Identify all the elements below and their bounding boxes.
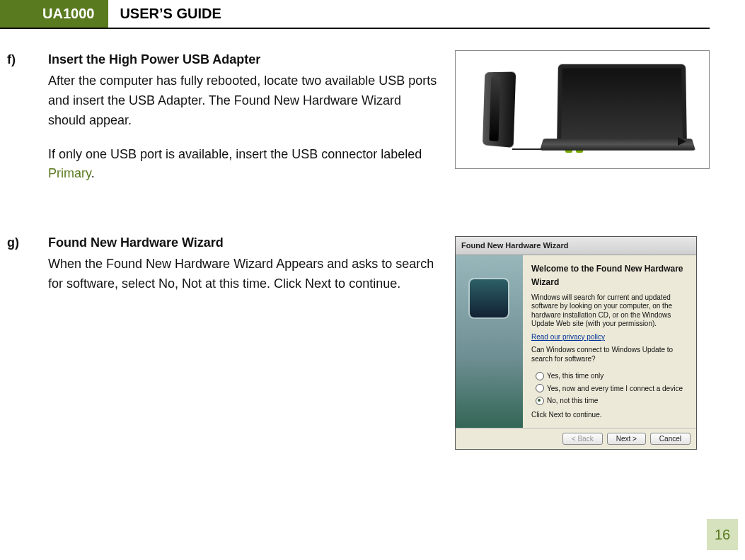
wizard-window: Found New Hardware Wizard Welcome to the…: [455, 236, 697, 450]
page-number: 16: [707, 519, 738, 550]
radio-label: Yes, now and every time I connect a devi…: [547, 383, 683, 395]
privacy-policy-link[interactable]: Read our privacy policy: [531, 333, 605, 341]
radio-label: No, not this time: [547, 395, 598, 407]
wizard-titlebar: Found New Hardware Wizard: [456, 237, 696, 255]
wizard-button-bar: < Back Next > Cancel: [456, 428, 696, 449]
wizard-welcome-heading: Welcome to the Found New Hardware Wizard: [531, 262, 688, 288]
radio-icon: [536, 384, 544, 392]
device-icon: [470, 279, 508, 317]
section-g-heading: Found New Hardware Wizard: [48, 233, 438, 253]
wizard-intro-text: Windows will search for current and upda…: [531, 293, 688, 329]
radio-option-yes-once[interactable]: Yes, this time only: [536, 371, 688, 382]
section-f-heading: Insert the High Power USB Adapter: [48, 50, 438, 70]
product-badge: UA1000: [0, 0, 108, 28]
arrow-icon: [678, 137, 686, 146]
back-button[interactable]: < Back: [562, 433, 603, 445]
next-button[interactable]: Next >: [607, 433, 646, 445]
wizard-radio-group: Yes, this time only Yes, now and every t…: [536, 371, 688, 407]
radio-icon: [536, 372, 544, 380]
section-f-para2-post: .: [91, 166, 95, 180]
usb-adapter-icon: [483, 71, 516, 147]
radio-option-no[interactable]: No, not this time: [536, 395, 688, 407]
section-g-text: Found New Hardware Wizard When the Found…: [48, 233, 438, 450]
page-header: UA1000 USER’S GUIDE: [0, 0, 710, 29]
wizard-click-next-text: Click Next to continue.: [531, 411, 688, 420]
list-marker: f): [7, 50, 31, 198]
section-f: f) Insert the High Power USB Adapter Aft…: [7, 50, 710, 198]
section-f-para1: After the computer has fully rebooted, l…: [48, 71, 438, 131]
wizard-question: Can Windows connect to Windows Update to…: [531, 346, 688, 363]
cancel-button[interactable]: Cancel: [650, 433, 691, 445]
section-g: g) Found New Hardware Wizard When the Fo…: [7, 233, 710, 450]
section-f-text: Insert the High Power USB Adapter After …: [48, 50, 438, 198]
wizard-side-graphic: [456, 255, 523, 428]
primary-label: Primary: [48, 166, 91, 180]
page-content: f) Insert the High Power USB Adapter Aft…: [0, 29, 745, 450]
radio-option-yes-always[interactable]: Yes, now and every time I connect a devi…: [536, 383, 688, 395]
section-g-para1: When the Found New Hardware Wizard Appea…: [48, 255, 438, 294]
laptop-icon: [558, 64, 692, 158]
figure-wizard-screenshot: Found New Hardware Wizard Welcome to the…: [455, 233, 710, 450]
document-title: USER’S GUIDE: [108, 0, 232, 28]
figure-adapter-laptop: [455, 50, 710, 198]
section-f-para2-pre: If only one USB port is available, inser…: [48, 147, 422, 161]
section-f-para2: If only one USB port is available, inser…: [48, 145, 438, 185]
list-marker: g): [7, 233, 31, 450]
radio-icon: [536, 397, 544, 405]
radio-label: Yes, this time only: [547, 371, 603, 382]
